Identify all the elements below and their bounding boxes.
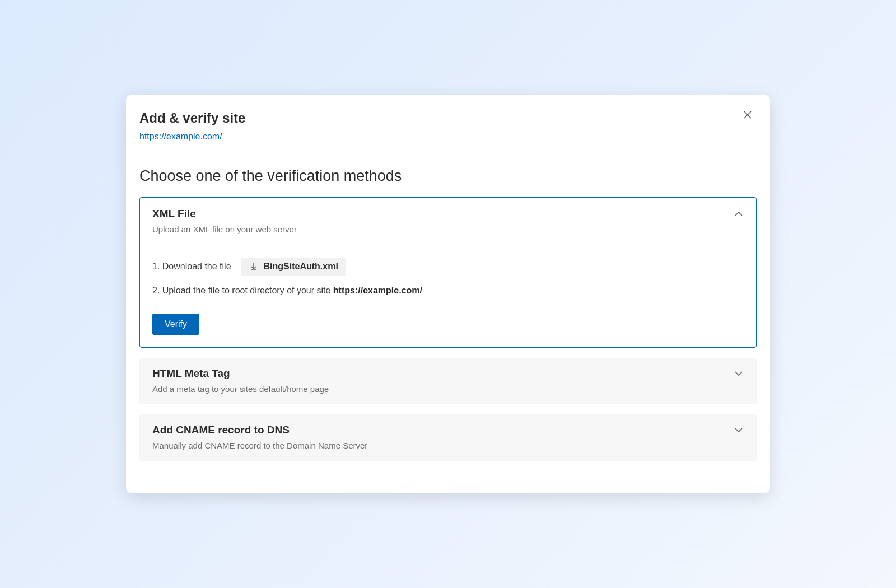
- method-xml-header[interactable]: XML File Upload an XML file on your web …: [140, 198, 756, 243]
- method-cname: Add CNAME record to DNS Manually add CNA…: [139, 414, 757, 461]
- chevron-down-icon: [734, 425, 744, 437]
- method-xml-desc: Upload an XML file on your web server: [152, 225, 297, 234]
- method-xml-file: XML File Upload an XML file on your web …: [139, 197, 757, 348]
- method-cname-desc: Manually add CNAME record to the Domain …: [152, 441, 367, 450]
- chevron-up-icon: [734, 209, 744, 221]
- method-html-meta: HTML Meta Tag Add a meta tag to your sit…: [139, 358, 757, 404]
- close-button[interactable]: [740, 107, 755, 123]
- xml-step2-url: https://example.com/: [333, 286, 422, 295]
- method-meta-header[interactable]: HTML Meta Tag Add a meta tag to your sit…: [140, 358, 756, 404]
- chevron-down-icon: [734, 368, 744, 381]
- xml-step1-label: 1. Download the file: [152, 262, 231, 272]
- download-file-name: BingSiteAuth.xml: [264, 262, 338, 272]
- close-icon: [743, 110, 752, 119]
- method-xml-body: 1. Download the file BingSiteAuth.xml 2.…: [140, 243, 756, 347]
- xml-step-1: 1. Download the file BingSiteAuth.xml: [152, 258, 744, 276]
- method-cname-header[interactable]: Add CNAME record to DNS Manually add CNA…: [140, 415, 756, 460]
- xml-step-2: 2. Upload the file to root directory of …: [152, 286, 744, 296]
- method-meta-desc: Add a meta tag to your sites default/hom…: [152, 384, 329, 394]
- verify-site-dialog: Add & verify site https://example.com/ C…: [126, 95, 770, 493]
- method-xml-title: XML File: [152, 208, 297, 220]
- site-url-link[interactable]: https://example.com/: [139, 132, 222, 142]
- xml-step2-text: 2. Upload the file to root directory of …: [152, 286, 333, 295]
- download-icon: [249, 262, 258, 271]
- download-file-button[interactable]: BingSiteAuth.xml: [241, 258, 346, 276]
- method-cname-title: Add CNAME record to DNS: [152, 424, 367, 436]
- dialog-title: Add & verify site: [139, 110, 757, 126]
- method-meta-title: HTML Meta Tag: [152, 367, 329, 380]
- verification-methods: XML File Upload an XML file on your web …: [139, 197, 757, 461]
- verify-button[interactable]: Verify: [152, 314, 199, 335]
- dialog-subtitle: Choose one of the verification methods: [139, 167, 757, 185]
